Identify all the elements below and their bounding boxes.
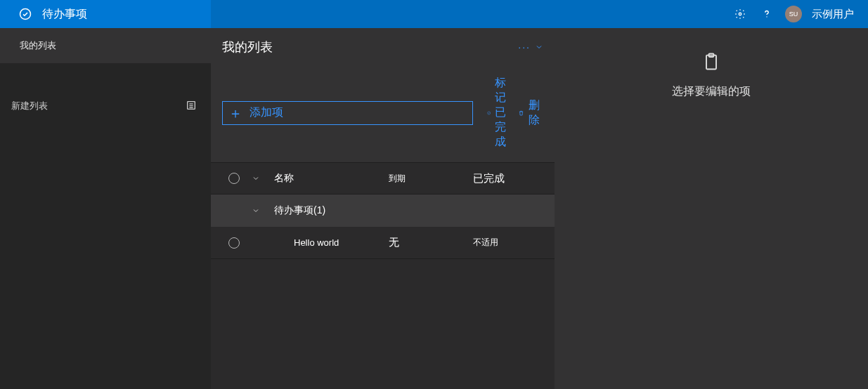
help-button[interactable] — [758, 6, 775, 22]
group-expand[interactable] — [246, 206, 266, 215]
check-circle-outline-icon — [487, 107, 491, 119]
svg-point-3 — [766, 16, 767, 17]
username-label[interactable]: 示例用户 — [812, 8, 854, 21]
grid-header: 名称 到期 已完成 — [211, 162, 555, 194]
sidebar-spacer — [0, 63, 211, 91]
add-item-label: 添加项 — [250, 105, 283, 120]
toolbar: ＋ 添加项 标记已完成 删除 — [211, 66, 555, 162]
svg-point-1 — [739, 13, 741, 15]
svg-point-8 — [488, 112, 491, 114]
app-title-region: 待办事项 — [0, 0, 211, 28]
mark-complete-label: 标记已完成 — [495, 76, 514, 150]
column-header-name[interactable]: 名称 — [266, 172, 389, 185]
list-icon[interactable] — [183, 97, 200, 114]
trash-icon — [518, 107, 524, 119]
clipboard-icon — [701, 52, 721, 72]
expand-all[interactable] — [246, 174, 266, 183]
mark-complete-button[interactable]: 标记已完成 — [487, 76, 514, 150]
empty-message: 选择要编辑的项 — [672, 84, 751, 99]
app-title: 待办事项 — [42, 7, 87, 22]
column-header-due[interactable]: 到期 — [389, 173, 473, 185]
settings-button[interactable] — [732, 6, 749, 22]
delete-label: 删除 — [529, 98, 543, 128]
sidebar-item-my-list[interactable]: 我的列表 — [0, 28, 211, 63]
group-label: 待办事项(1) — [266, 204, 543, 217]
row-done: 不适用 — [473, 237, 543, 249]
add-item-button[interactable]: ＋ 添加项 — [222, 101, 473, 125]
check-circle-icon — [17, 6, 34, 22]
toolbar-actions: 标记已完成 删除 — [487, 76, 543, 150]
sidebar-item-label: 我的列表 — [20, 39, 56, 52]
sidebar: 我的列表 — [0, 28, 211, 389]
chevron-down-icon[interactable] — [535, 43, 543, 51]
new-list-row[interactable] — [0, 91, 211, 119]
more-icon[interactable]: ··· — [518, 41, 531, 53]
detail-panel: 选择要编辑的项 — [555, 28, 868, 389]
list-title: 我的列表 — [222, 39, 273, 55]
main-panel: 我的列表 ··· ＋ 添加项 标记已完成 删除 — [211, 28, 555, 389]
select-all[interactable] — [222, 173, 246, 184]
circle-icon — [228, 173, 240, 184]
svg-point-0 — [20, 9, 31, 20]
chevron-down-icon — [252, 206, 260, 215]
circle-icon — [228, 237, 240, 249]
user-avatar[interactable]: SU — [785, 6, 802, 22]
row-name: Hello world — [266, 237, 389, 248]
new-list-input[interactable] — [11, 100, 183, 111]
plus-icon: ＋ — [228, 106, 242, 120]
column-header-done[interactable]: 已完成 — [473, 172, 543, 185]
list-title-bar: 我的列表 ··· — [211, 28, 555, 66]
top-bar-right: SU 示例用户 — [211, 0, 868, 28]
list-title-actions[interactable]: ··· — [518, 41, 543, 53]
chevron-down-icon — [252, 174, 260, 183]
table-row[interactable]: Hello world 无 不适用 — [211, 227, 555, 259]
top-bar: 待办事项 SU 示例用户 — [0, 0, 868, 28]
group-row[interactable]: 待办事项(1) — [211, 194, 555, 227]
row-select[interactable] — [222, 237, 246, 249]
row-due: 无 — [389, 236, 473, 249]
delete-button[interactable]: 删除 — [518, 98, 543, 128]
grid: 名称 到期 已完成 待办事项(1) Hello world 无 不适用 — [211, 162, 555, 259]
